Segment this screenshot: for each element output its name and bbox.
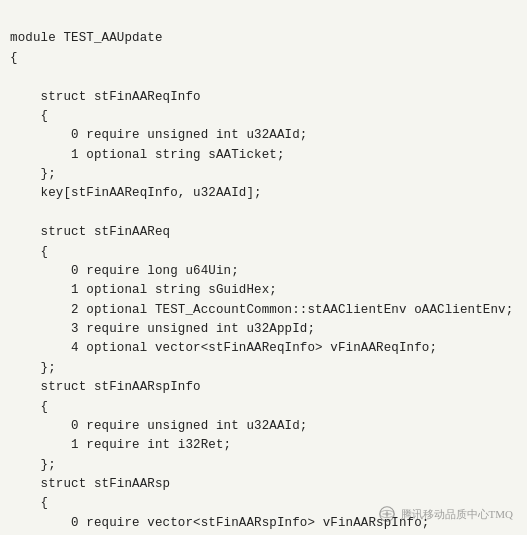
code-container: module TEST_AAUpdate { struct stFinAAReq… <box>0 0 527 535</box>
code-line-6: 1 optional string sAATicket; <box>10 148 285 162</box>
code-line-1: module TEST_AAUpdate <box>10 31 163 45</box>
code-line-24: 0 require vector<stFinAARspInfo> vFinAAR… <box>10 516 429 530</box>
code-line-7: }; <box>10 167 56 181</box>
code-line-16: }; <box>10 361 56 375</box>
code-line-17: struct stFinAARspInfo <box>10 380 201 394</box>
code-line-19: 0 require unsigned int u32AAId; <box>10 419 307 433</box>
code-line-21: }; <box>10 458 56 472</box>
watermark: 腾讯移动品质中心TMQ <box>378 505 513 523</box>
code-line-12: 1 optional string sGuidHex; <box>10 283 277 297</box>
code-line-18: { <box>10 400 48 414</box>
code-line-20: 1 require int i32Ret; <box>10 438 231 452</box>
code-line-3: struct stFinAAReqInfo <box>10 90 201 104</box>
code-line-13: 2 optional TEST_AccountCommon::stAAClien… <box>10 303 513 317</box>
code-block: module TEST_AAUpdate { struct stFinAAReq… <box>10 10 517 535</box>
code-line-2: { <box>10 51 18 65</box>
code-line-8: key[stFinAAReqInfo, u32AAId]; <box>10 186 262 200</box>
code-line-9: struct stFinAAReq <box>10 225 170 239</box>
code-line-23: { <box>10 496 48 510</box>
code-line-4: { <box>10 109 48 123</box>
code-line-10: { <box>10 245 48 259</box>
watermark-text: 腾讯移动品质中心TMQ <box>401 507 513 522</box>
code-line-11: 0 require long u64Uin; <box>10 264 239 278</box>
code-line-22: struct stFinAARsp <box>10 477 170 491</box>
code-line-14: 3 require unsigned int u32AppId; <box>10 322 315 336</box>
code-line-15: 4 optional vector<stFinAAReqInfo> vFinAA… <box>10 341 437 355</box>
code-line-5: 0 require unsigned int u32AAId; <box>10 128 307 142</box>
watermark-icon <box>378 505 396 523</box>
